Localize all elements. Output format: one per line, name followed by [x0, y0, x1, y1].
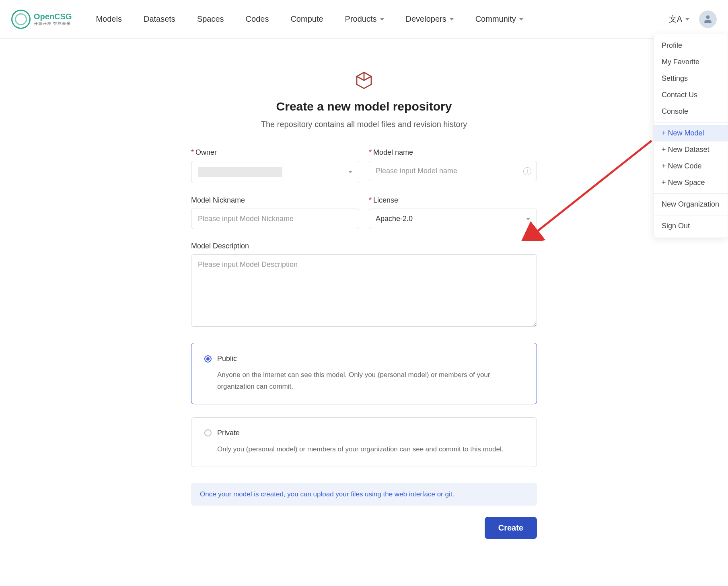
dd-new-space[interactable]: + New Space — [654, 174, 728, 191]
model-name-input[interactable] — [369, 161, 537, 181]
svg-line-0 — [535, 141, 652, 233]
public-title: Public — [217, 354, 237, 363]
dd-settings[interactable]: Settings — [654, 70, 728, 87]
nickname-input[interactable] — [191, 209, 359, 229]
dd-profile[interactable]: Profile — [654, 37, 728, 54]
user-dropdown: Profile My Favorite Settings Contact Us … — [653, 34, 728, 238]
description-field: Model Description — [191, 242, 537, 327]
header-right: 文A — [669, 10, 717, 28]
page-title: Create a new model repository — [191, 100, 537, 113]
nav-community[interactable]: Community — [475, 14, 523, 24]
nickname-label: Model Nickname — [191, 196, 245, 204]
avatar[interactable] — [699, 10, 717, 28]
private-desc: Only you (personal model) or members of … — [217, 444, 524, 455]
owner-select[interactable] — [191, 161, 359, 183]
visibility-public[interactable]: Public Anyone on the internet can see th… — [191, 343, 537, 404]
cube-icon — [354, 71, 374, 90]
model-name-label: Model name — [373, 148, 413, 156]
dd-new-model[interactable]: + New Model — [654, 125, 728, 141]
dd-new-code[interactable]: + New Code — [654, 158, 728, 174]
public-desc: Anyone on the internet can see this mode… — [217, 369, 524, 393]
info-icon[interactable]: i — [523, 167, 531, 175]
chevron-down-icon — [685, 18, 689, 20]
model-name-field: *Model name i — [369, 148, 537, 183]
logo-mark-icon — [11, 10, 31, 29]
translate-icon: 文A — [669, 14, 682, 25]
nav-compute[interactable]: Compute — [290, 14, 323, 24]
description-input[interactable] — [191, 254, 537, 327]
create-model-form: Create a new model repository The reposi… — [191, 71, 537, 539]
dd-my-favorite[interactable]: My Favorite — [654, 54, 728, 70]
chevron-down-icon — [380, 18, 384, 20]
nav-codes[interactable]: Codes — [246, 14, 269, 24]
page-icon — [191, 71, 537, 90]
visibility-private[interactable]: Private Only you (personal model) or mem… — [191, 417, 537, 467]
nav-spaces[interactable]: Spaces — [197, 14, 224, 24]
chevron-down-icon — [348, 171, 352, 173]
chevron-down-icon — [519, 18, 523, 20]
divider — [654, 193, 728, 194]
dd-sign-out[interactable]: Sign Out — [654, 218, 728, 234]
create-button[interactable]: Create — [485, 517, 537, 539]
license-value: Apache-2.0 — [376, 215, 413, 223]
dd-console[interactable]: Console — [654, 103, 728, 120]
radio-private[interactable] — [204, 429, 212, 436]
divider — [654, 215, 728, 215]
chevron-down-icon — [450, 18, 454, 20]
dd-new-dataset[interactable]: + New Dataset — [654, 141, 728, 158]
license-label: License — [373, 196, 398, 204]
license-field: *License Apache-2.0 — [369, 196, 537, 229]
annotation-arrow — [519, 137, 656, 241]
dd-contact-us[interactable]: Contact Us — [654, 87, 728, 103]
owner-label: Owner — [195, 148, 217, 156]
description-label: Model Description — [191, 242, 249, 250]
brand-tagline: 开源开放 智算未来 — [34, 21, 72, 27]
nickname-field: Model Nickname — [191, 196, 359, 229]
user-icon — [703, 14, 713, 25]
header: OpenCSG 开源开放 智算未来 Models Datasets Spaces… — [0, 0, 728, 39]
owner-value — [198, 167, 282, 177]
license-select[interactable]: Apache-2.0 — [369, 209, 537, 229]
language-switch[interactable]: 文A — [669, 14, 689, 25]
nav-datasets[interactable]: Datasets — [144, 14, 175, 24]
logo[interactable]: OpenCSG 开源开放 智算未来 — [11, 10, 72, 29]
dd-new-organization[interactable]: New Organization — [654, 196, 728, 213]
owner-field: *Owner — [191, 148, 359, 183]
nav-developers[interactable]: Developers — [406, 14, 454, 24]
nav-models[interactable]: Models — [96, 14, 121, 24]
radio-public[interactable] — [204, 355, 212, 363]
divider — [654, 122, 728, 123]
top-nav: Models Datasets Spaces Codes Compute Pro… — [96, 14, 668, 24]
chevron-down-icon — [526, 218, 530, 220]
brand-name: OpenCSG — [34, 12, 72, 21]
upload-notice: Once your model is created, you can uplo… — [191, 483, 537, 506]
page-subtitle: The repository contains all model files … — [191, 120, 537, 129]
private-title: Private — [217, 429, 240, 437]
nav-products[interactable]: Products — [345, 14, 384, 24]
